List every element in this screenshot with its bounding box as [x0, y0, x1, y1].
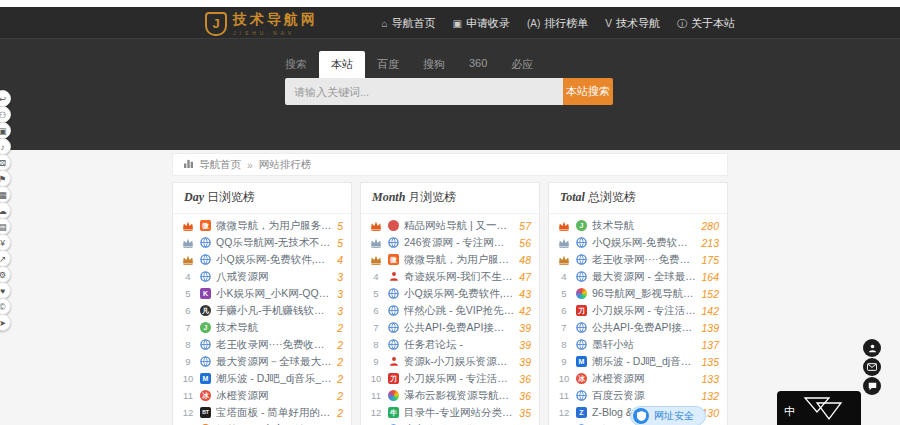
site-link[interactable]: 奇迹娱乐网-我们不生产资源,我们只是... [404, 270, 514, 284]
rank-row[interactable]: 10刀小刀娱乐网 - 专注活动、软件、教程分...36 [361, 370, 539, 387]
dice-icon[interactable]: ⚄ [0, 154, 11, 171]
site-link[interactable]: 最大资源网－全球最大在线电影资源网站 [216, 355, 332, 369]
chat-button[interactable] [863, 377, 881, 395]
rank-row[interactable]: 4八戒资源网3 [173, 268, 351, 285]
rank-row[interactable]: 5小Q娱乐网-免费软件,活动,辅助,教程分...43 [361, 285, 539, 302]
rank-row[interactable]: 微微微导航，为用户服务的目录网站5 [173, 217, 351, 234]
site-link[interactable]: 冰橙资源网 [216, 389, 332, 403]
rank-row[interactable]: 精品网站导航 | 又一个WordPress站点57 [361, 217, 539, 234]
rank-row[interactable]: 6怦然心跳 - 免VIP抢先观看最新好看的...42 [361, 302, 539, 319]
rank-row[interactable]: 6凡手赚小凡-手机赚钱软件下载平台，教你...3 [173, 302, 351, 319]
mail-button[interactable] [863, 358, 881, 376]
user-button[interactable] [863, 339, 881, 357]
video-icon[interactable]: ▣ [0, 122, 11, 139]
site-link[interactable]: 资源k-小刀娱乐资源免费分享_qq技术... [404, 355, 514, 369]
rank-row[interactable]: 596导航网_影视导航网_1996dy.cn152 [549, 285, 727, 302]
nav-home[interactable]: ⌂导航首页 [381, 16, 435, 31]
file-icon[interactable]: ▤ [0, 218, 11, 235]
search-engine-tab-2[interactable]: 百度 [365, 51, 411, 78]
nav-tech[interactable]: V技术导航 [605, 16, 660, 31]
back-icon[interactable]: ↩ [0, 90, 11, 107]
breadcrumb-home[interactable]: 导航首页 [199, 158, 241, 172]
rank-row[interactable]: 7公共API-免费API接口调用平台139 [549, 319, 727, 336]
search-engine-tab-1[interactable]: 本站 [319, 51, 365, 78]
rank-row[interactable]: 8老王收录网····免费收录各种网站，SEO...2 [173, 336, 351, 353]
site-link[interactable]: 任务君论坛 - [404, 338, 514, 352]
rank-row[interactable]: 8墨轩小站137 [549, 336, 727, 353]
site-link[interactable]: 公共API-免费API接口调用平台 [592, 321, 696, 335]
rank-row[interactable]: J技术导航280 [549, 217, 727, 234]
site-link[interactable]: 技术导航 [216, 321, 332, 335]
rank-row[interactable]: 4奇迹娱乐网-我们不生产资源,我们只是...47 [361, 268, 539, 285]
site-link[interactable]: 老王收录网····免费收录各种网站，SEO... [216, 338, 332, 352]
flag-icon[interactable]: ⚑ [0, 170, 11, 187]
site-link[interactable]: 246资源网 - 专注网络资源快速下载 [404, 236, 514, 250]
robot-icon[interactable]: ⚇ [0, 106, 11, 123]
search-input[interactable] [285, 78, 563, 105]
rank-row[interactable]: 小Q娱乐网-免费软件,活动,辅助,教程...213 [549, 234, 727, 251]
site-link[interactable]: 怦然心跳 - 免VIP抢先观看最新好看的... [404, 304, 514, 318]
search-engine-tab-4[interactable]: 360 [457, 51, 499, 78]
rank-row[interactable]: 7J技术导航2 [173, 319, 351, 336]
rank-row[interactable]: 9M潮乐波 - DJ吧_dj音乐_劲爆dj音乐_好...135 [549, 353, 727, 370]
rank-row[interactable]: 13织梦CMS 官方网站 - 内容管理系统 - 上...2 [173, 421, 351, 425]
site-link[interactable]: 技术导航 [592, 219, 696, 233]
site-link[interactable]: 手赚小凡-手机赚钱软件下载平台，教你... [216, 304, 332, 318]
site-link[interactable]: 最大资源网 - 全球最大在线电影资源... [592, 270, 696, 284]
site-link[interactable]: 96导航网_影视导航网_1996dy.cn [592, 287, 696, 301]
site-link[interactable]: 公共API-免费API接口调用平台 [404, 321, 514, 335]
corner-widget[interactable]: 中 [777, 391, 861, 425]
rank-row[interactable]: 9最大资源网－全球最大在线电影资源网站2 [173, 353, 351, 370]
rank-row[interactable]: 12牛目录牛-专业网站分类目录网址导航_免...35 [361, 404, 539, 421]
rank-row[interactable]: 12BT宝塔面板 - 简单好用的Linux/Windows...2 [173, 404, 351, 421]
heart-icon[interactable]: ♥ [0, 282, 11, 299]
send-icon[interactable]: ➤ [0, 314, 11, 331]
site-link[interactable]: 小Q娱乐网-免费软件,活动,辅助,教程分... [404, 287, 514, 301]
rank-row[interactable]: 11冰冰橙资源网2 [173, 387, 351, 404]
rank-row[interactable]: 246资源网 - 专注网络资源快速下载56 [361, 234, 539, 251]
rank-row[interactable]: 13小夜代刷网 - 做最好的代刷网35 [361, 421, 539, 425]
site-link[interactable]: 潮乐波 - DJ吧_dj音乐_劲爆dj音乐_好听... [216, 372, 332, 386]
site-link[interactable]: 小刀娱乐网 - 专注活动、软件、教程... [592, 304, 696, 318]
site-link[interactable]: 微微导航，为用户服务的目录网站 [216, 219, 332, 233]
rank-row[interactable]: 11瀑布云影视资源导航网 - 网络资源安卓...36 [361, 387, 539, 404]
cloud-icon[interactable]: ☁ [0, 202, 11, 219]
rank-row[interactable]: 小Q娱乐网-免费软件,活动,辅助,教程分享...4 [173, 251, 351, 268]
rank-row[interactable]: 8任务君论坛 -39 [361, 336, 539, 353]
copyright-icon[interactable]: © [0, 298, 11, 315]
site-link[interactable]: 八戒资源网 [216, 270, 332, 284]
site-search-button[interactable]: 本站搜索 [563, 78, 613, 105]
rank-row[interactable]: 老王收录网····免费收录各种网站，SE...175 [549, 251, 727, 268]
rank-row[interactable]: 10M潮乐波 - DJ吧_dj音乐_劲爆dj音乐_好听...2 [173, 370, 351, 387]
chart-icon[interactable]: ↗ [0, 250, 11, 267]
site-link[interactable]: QQ乐导航网-无技术不导航学习技术首选... [216, 236, 332, 250]
rank-row[interactable]: 11百度云资源132 [549, 387, 727, 404]
grid-icon[interactable]: ▦ [0, 186, 11, 203]
site-link[interactable]: 小刀娱乐网 - 专注活动、软件、教程分... [404, 372, 514, 386]
site-link[interactable]: 瀑布云影视资源导航网 - 网络资源安卓... [404, 389, 514, 403]
search-engine-tab-5[interactable]: 必应 [499, 51, 545, 78]
site-link[interactable]: 精品网站导航 | 又一个WordPress站点 [404, 219, 514, 233]
security-badge[interactable]: 网址安全 [630, 406, 706, 425]
gear-icon[interactable]: ⚙ [0, 266, 11, 283]
rank-row[interactable]: 微微微导航，为用户服务的目录网站48 [361, 251, 539, 268]
rank-row[interactable]: QQ乐导航网-无技术不导航学习技术首选...5 [173, 234, 351, 251]
site-link[interactable]: 冰橙资源网 [592, 372, 696, 386]
site-link[interactable]: 小K娱乐网_小K网-QQ活动_资源分享-源... [216, 287, 332, 301]
music-icon[interactable]: ♪ [0, 138, 11, 155]
rank-row[interactable]: 4最大资源网 - 全球最大在线电影资源...164 [549, 268, 727, 285]
rank-row[interactable]: 7公共API-免费API接口调用平台39 [361, 319, 539, 336]
site-link[interactable]: 宝塔面板 - 简单好用的Linux/Windows... [216, 406, 332, 420]
site-link[interactable]: 百度云资源 [592, 389, 696, 403]
site-link[interactable]: 小Q娱乐网-免费软件,活动,辅助,教程分享... [216, 253, 332, 267]
nav-about[interactable]: ⓘ关于本站 [677, 16, 735, 31]
site-link[interactable]: 墨轩小站 [592, 338, 696, 352]
rank-row[interactable]: 9资源k-小刀娱乐资源免费分享_qq技术...39 [361, 353, 539, 370]
search-engine-tab-3[interactable]: 搜狗 [411, 51, 457, 78]
nav-apply[interactable]: ▣申请收录 [453, 16, 510, 31]
yen-icon[interactable]: ¥ [0, 234, 11, 251]
rank-row[interactable]: 5K小K娱乐网_小K网-QQ活动_资源分享-源...3 [173, 285, 351, 302]
site-link[interactable]: 老王收录网····免费收录各种网站，SE... [592, 253, 696, 267]
site-link[interactable]: 潮乐波 - DJ吧_dj音乐_劲爆dj音乐_好... [592, 355, 696, 369]
site-link[interactable]: 微微导航，为用户服务的目录网站 [404, 253, 514, 267]
